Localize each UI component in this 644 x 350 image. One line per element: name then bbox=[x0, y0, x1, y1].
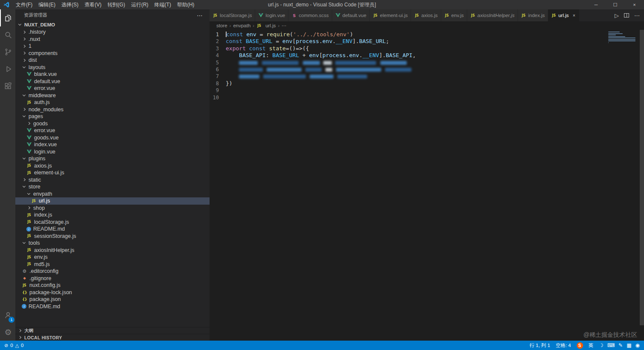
line-number: 5 bbox=[210, 59, 226, 66]
tree-folder[interactable]: goods bbox=[15, 120, 210, 127]
tree-folder[interactable]: plugins bbox=[15, 155, 210, 162]
moon-icon[interactable]: ☽ bbox=[599, 342, 604, 348]
tree-folder[interactable]: 1 bbox=[15, 43, 210, 50]
tree-folder[interactable]: envpath bbox=[15, 191, 210, 198]
tree-folder[interactable]: shop bbox=[15, 205, 210, 212]
tree-file[interactable]: JSnuxt.config.js bbox=[15, 282, 210, 289]
menu-item[interactable]: 选择(S) bbox=[58, 0, 81, 9]
tree-folder[interactable]: pages bbox=[15, 113, 210, 120]
menu-item[interactable]: 终端(T) bbox=[151, 0, 174, 9]
tab-login.vue[interactable]: login.vue bbox=[255, 9, 288, 21]
editor-more-actions-button[interactable]: ⋯ bbox=[634, 12, 640, 19]
code-editor[interactable]: 1const env = require('../../tools/env')2… bbox=[210, 30, 644, 341]
tab-index.js[interactable]: JSindex.js bbox=[518, 9, 548, 21]
tab-env.js[interactable]: JSenv.js bbox=[441, 9, 467, 21]
tab-axios.js[interactable]: JSaxios.js bbox=[411, 9, 441, 21]
menu-item[interactable]: 运行(R) bbox=[128, 0, 152, 9]
tree-file[interactable]: default.vue bbox=[15, 78, 210, 85]
tree-file[interactable]: goods.vue bbox=[15, 134, 210, 142]
tree-folder[interactable]: middleware bbox=[15, 92, 210, 99]
tree-root-folder[interactable]: NUXT_DEMO bbox=[15, 21, 210, 29]
tree-item-label: auth.js bbox=[34, 99, 50, 105]
tab-url.js[interactable]: JSurl.js× bbox=[548, 9, 580, 21]
tree-file[interactable]: error.vue bbox=[15, 85, 210, 92]
search-icon[interactable] bbox=[0, 26, 15, 43]
tree-folder[interactable]: .history bbox=[15, 29, 210, 36]
tab-element-ui.js[interactable]: JSelement-ui.js bbox=[370, 9, 411, 21]
sidebar-more-actions-icon[interactable]: ⋯ bbox=[197, 12, 203, 19]
tree-file[interactable]: JSenv.js bbox=[15, 254, 210, 261]
close-tab-icon[interactable]: × bbox=[572, 13, 576, 18]
cursor-position[interactable]: 行 1, 列 1 bbox=[529, 342, 550, 349]
chevron-right-icon bbox=[23, 38, 26, 40]
menu-item[interactable]: 帮助(H) bbox=[174, 0, 198, 9]
tree-file[interactable]: JSaxiosInitHelper.js bbox=[15, 247, 210, 254]
menu-item[interactable]: 查看(V) bbox=[81, 0, 104, 9]
tree-file[interactable]: JSsessionStorage.js bbox=[15, 233, 210, 240]
source-control-icon[interactable] bbox=[0, 43, 15, 61]
problems-indicator[interactable]: ⊘ 0 △ 0 bbox=[4, 343, 24, 348]
tree-folder[interactable]: tools bbox=[15, 240, 210, 247]
tree-file[interactable]: ◆.gitignore bbox=[15, 275, 210, 282]
grid-icon[interactable]: ▦ bbox=[627, 342, 631, 348]
indentation-setting[interactable]: 空格: 4 bbox=[556, 342, 571, 349]
minimap[interactable] bbox=[608, 32, 638, 46]
tab-localStorage.js[interactable]: JSlocalStorage.js bbox=[210, 9, 255, 21]
pen-icon[interactable]: ✎ bbox=[618, 342, 623, 348]
tree-folder[interactable]: node_modules bbox=[15, 106, 210, 113]
extensions-icon[interactable] bbox=[0, 78, 15, 95]
menu-item[interactable]: 文件(F) bbox=[13, 0, 35, 9]
tree-file[interactable]: ⚙.editorconfig bbox=[15, 268, 210, 275]
redacted-gap bbox=[259, 78, 263, 78]
run-debug-icon[interactable] bbox=[0, 61, 15, 78]
tree-file[interactable]: blank.vue bbox=[15, 71, 210, 78]
tree-file[interactable]: error.vue bbox=[15, 127, 210, 134]
tree-folder[interactable]: static bbox=[15, 176, 210, 184]
breadcrumb-item[interactable]: ⋯ bbox=[282, 23, 287, 29]
tree-file[interactable]: JSindex.js bbox=[15, 211, 210, 219]
chevron-down-icon bbox=[23, 114, 26, 117]
tree-file[interactable]: iREADME.md bbox=[15, 303, 210, 310]
keyboard-icon[interactable]: ⌨ bbox=[607, 342, 615, 348]
tree-folder[interactable]: components bbox=[15, 50, 210, 57]
tree-file[interactable]: iREADME.md bbox=[15, 226, 210, 233]
breadcrumb-item[interactable]: store bbox=[216, 23, 227, 28]
menu-item[interactable]: 转到(G) bbox=[104, 0, 128, 9]
sogou-input-icon[interactable]: S bbox=[577, 342, 583, 349]
tab-default.vue[interactable]: default.vue bbox=[332, 9, 370, 21]
editor-scrollbar[interactable] bbox=[640, 30, 644, 341]
tree-file[interactable]: JSaxios.js bbox=[15, 162, 210, 170]
explorer-icon[interactable] bbox=[0, 9, 15, 26]
tree-folder[interactable]: dist bbox=[15, 57, 210, 64]
scss-file-icon: S bbox=[291, 13, 297, 18]
breadcrumb-item[interactable]: JSurl.js bbox=[256, 23, 276, 29]
breadcrumb-item[interactable]: envpath bbox=[233, 23, 250, 28]
tab-axiosInitHelper.js[interactable]: JSaxiosInitHelper.js bbox=[467, 9, 518, 21]
tree-file[interactable]: JSauth.js bbox=[15, 99, 210, 106]
scrollbar-thumb[interactable] bbox=[640, 30, 644, 325]
run-button[interactable]: ▷ bbox=[615, 12, 619, 19]
tree-folder[interactable]: layouts bbox=[15, 64, 210, 71]
ime-mode[interactable]: 英 bbox=[589, 342, 594, 349]
close-button[interactable]: × bbox=[625, 0, 644, 9]
tree-file[interactable]: JSlocalStorage.js bbox=[15, 219, 210, 226]
account-icon[interactable]: 1 bbox=[0, 307, 15, 324]
tab-common.scss[interactable]: Scommon.scss bbox=[288, 9, 332, 21]
tree-file[interactable]: JSmd5.js bbox=[15, 261, 210, 268]
split-editor-button[interactable] bbox=[624, 13, 629, 17]
minimize-button[interactable]: ─ bbox=[586, 0, 606, 9]
local-history-section[interactable]: LOCAL HISTORY bbox=[15, 334, 210, 341]
settings-icon[interactable]: ⚙ bbox=[0, 324, 15, 341]
menu-item[interactable]: 编辑(E) bbox=[35, 0, 58, 9]
tree-file[interactable]: index.vue bbox=[15, 141, 210, 148]
tree-folder[interactable]: store bbox=[15, 183, 210, 191]
tree-file[interactable]: JSelement-ui.js bbox=[15, 169, 210, 176]
tree-folder[interactable]: .nuxt bbox=[15, 36, 210, 43]
tree-file[interactable]: {}package.json bbox=[15, 296, 210, 303]
tree-file[interactable]: {}package-lock.json bbox=[15, 289, 210, 296]
maximize-button[interactable]: ☐ bbox=[606, 0, 625, 9]
tree-file[interactable]: login.vue bbox=[15, 148, 210, 156]
tree-file[interactable]: JSurl.js bbox=[15, 197, 210, 205]
outline-section[interactable]: 大纲 bbox=[15, 327, 210, 334]
mic-icon[interactable]: ◉ bbox=[635, 342, 640, 348]
